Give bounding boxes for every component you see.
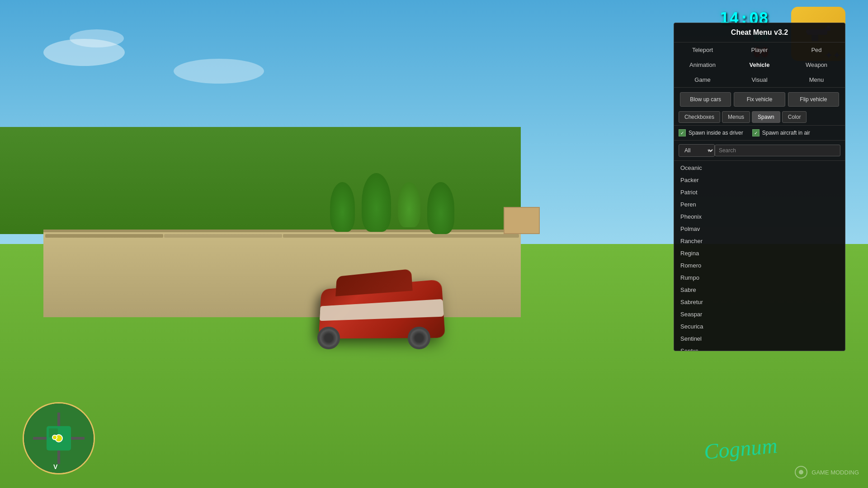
nav-menu[interactable]: Menu: [788, 72, 845, 87]
cheat-panel: Cheat Menu v3.2 Teleport Player Ped Anim…: [674, 23, 845, 351]
list-item[interactable]: Oceanic: [674, 162, 845, 174]
nav-vehicle[interactable]: Vehicle: [731, 57, 788, 72]
checkboxes-row: ✓ Spawn inside as driver ✓ Spawn aircraf…: [674, 126, 845, 141]
tree: [362, 173, 391, 232]
nav-weapon[interactable]: Weapon: [788, 57, 845, 72]
checkbox-spawn-aircraft-label: Spawn aircraft in air: [762, 130, 810, 136]
list-item[interactable]: Sabre: [674, 284, 845, 296]
minimap: V N: [23, 402, 95, 474]
player-dot: [52, 435, 57, 440]
game-modding-logo: GAME MODDING: [794, 465, 859, 479]
nav-game[interactable]: Game: [674, 72, 731, 87]
search-input[interactable]: [715, 145, 840, 156]
nav-player[interactable]: Player: [731, 42, 788, 57]
checkbox-spawn-inside-box[interactable]: ✓: [679, 129, 686, 136]
checkbox-spawn-inside-label: Spawn inside as driver: [689, 130, 743, 136]
background-building: [504, 207, 540, 234]
nav-teleport[interactable]: Teleport: [674, 42, 731, 57]
list-item[interactable]: Patriot: [674, 186, 845, 198]
list-item[interactable]: Rumpo: [674, 272, 845, 284]
svg-point-13: [799, 470, 803, 474]
svg-text:V: V: [53, 463, 58, 470]
checkbox-spawn-inside[interactable]: ✓ Spawn inside as driver: [679, 129, 743, 136]
list-item[interactable]: Regina: [674, 247, 845, 259]
tree: [330, 182, 355, 232]
cheat-panel-title: Cheat Menu v3.2: [674, 23, 845, 42]
checkbox-spawn-aircraft-box[interactable]: ✓: [752, 129, 760, 136]
action-buttons-row: Blow up cars Fix vehicle Flip vehicle: [674, 88, 845, 109]
list-item[interactable]: Sentxs: [674, 345, 845, 351]
nav-grid: Teleport Player Ped Animation Vehicle We…: [674, 42, 845, 88]
nav-ped[interactable]: Ped: [788, 42, 845, 57]
list-item[interactable]: Securica: [674, 320, 845, 333]
nav-visual[interactable]: Visual: [731, 72, 788, 87]
filter-dropdown[interactable]: All Cars Bikes Boats Aircraft Helicopter…: [679, 144, 715, 157]
game-modding-text: GAME MODDING: [811, 469, 859, 476]
cloud: [70, 29, 124, 47]
list-item[interactable]: Seaspar: [674, 308, 845, 320]
list-item[interactable]: Peren: [674, 198, 845, 211]
cloud: [174, 59, 264, 84]
list-item[interactable]: Romero: [674, 259, 845, 272]
filter-row: All Cars Bikes Boats Aircraft Helicopter…: [674, 141, 845, 161]
blow-up-cars-button[interactable]: Blow up cars: [680, 92, 731, 107]
nav-animation[interactable]: Animation: [674, 57, 731, 72]
tab-color[interactable]: Color: [782, 111, 807, 123]
tree: [398, 182, 420, 227]
game-modding-icon: [794, 465, 808, 479]
checkbox-spawn-aircraft[interactable]: ✓ Spawn aircraft in air: [752, 129, 810, 136]
fix-vehicle-button[interactable]: Fix vehicle: [734, 92, 785, 107]
list-item[interactable]: Packer: [674, 174, 845, 186]
tab-checkboxes[interactable]: Checkboxes: [679, 111, 720, 123]
list-item[interactable]: Pheonix: [674, 211, 845, 223]
trees: [330, 182, 454, 234]
flip-vehicle-button[interactable]: Flip vehicle: [788, 92, 839, 107]
tab-menus[interactable]: Menus: [722, 111, 750, 123]
tabs-row: Checkboxes Menus Spawn Color: [674, 109, 845, 126]
tab-spawn[interactable]: Spawn: [752, 111, 780, 123]
list-item[interactable]: Polmav: [674, 223, 845, 235]
stone-wall: [43, 230, 521, 317]
list-item[interactable]: Rancher: [674, 235, 845, 247]
list-item[interactable]: Sabretur: [674, 296, 845, 308]
list-item[interactable]: Sentinel: [674, 333, 845, 345]
vehicle-list[interactable]: Oceanic Packer Patriot Peren Pheonix Pol…: [674, 161, 845, 351]
tree: [427, 182, 454, 234]
car: [304, 261, 448, 352]
